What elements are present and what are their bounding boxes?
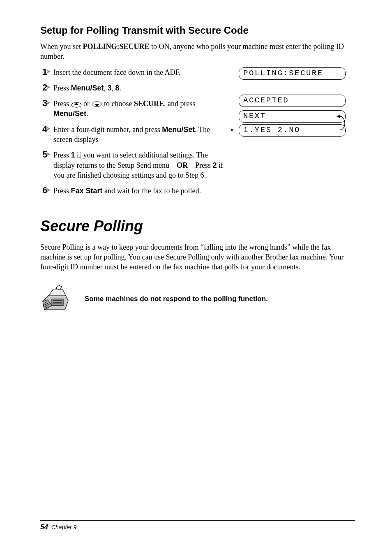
step-3-post: . — [86, 109, 88, 118]
note-row: Some machines do not respond to the poll… — [40, 284, 355, 314]
svg-marker-6 — [95, 104, 99, 107]
step-3: 3 Press or to choose SECURE, and press M… — [40, 99, 226, 119]
page: Setup for Polling Transmit with Secure C… — [0, 0, 392, 556]
step-5-boldor: OR — [177, 161, 188, 169]
step-6-bold: Fax Start — [71, 187, 103, 195]
step-5-pre: Press — [53, 151, 71, 159]
step-3-mid3: , and press — [164, 100, 195, 108]
down-arrow-icon — [92, 101, 102, 108]
lcd-column: POLLING:SECURE ACCEPTED NEXT 1.YES 2.NO — [234, 67, 355, 138]
intro-bold: POLLING:SECURE — [83, 42, 149, 51]
section-heading: Setup for Polling Transmit with Secure C… — [40, 25, 355, 36]
lcd-display-1: POLLING:SECURE — [239, 67, 346, 80]
step-3-mid: or — [82, 100, 92, 108]
page-number: 54 — [40, 523, 48, 531]
footer: 54Chapter 9 — [40, 520, 355, 531]
step-number: 4 — [40, 123, 49, 135]
main-heading: Secure Polling — [40, 218, 355, 235]
step-2: 2 Press Menu/Set, 3, 8. — [40, 83, 226, 93]
step-2-c1: , — [104, 84, 108, 92]
chapter-label: Chapter 9 — [51, 524, 76, 531]
intro-pre: When you set — [40, 42, 83, 51]
steps-column: 1 Insert the document face down in the A… — [40, 67, 226, 202]
step-3-bold2: Menu/Set — [53, 109, 86, 118]
spacer — [234, 83, 355, 95]
footer-rule — [40, 520, 355, 521]
up-arrow-icon — [71, 101, 82, 108]
step-6-pre: Press — [53, 187, 71, 195]
note-text: Some machines do not respond to the poll… — [85, 295, 268, 303]
step-4-pre: Enter a four-digit number, and press — [53, 125, 162, 134]
step-2-post: . — [120, 84, 122, 92]
lcd-display-2: ACCEPTED — [239, 95, 346, 107]
step-6-post: and wait for the fax to be polled. — [103, 187, 201, 195]
svg-marker-4 — [74, 102, 78, 105]
step-number: 2 — [40, 81, 49, 94]
step-6: 6 Press Fax Start and wait for the fax t… — [40, 186, 226, 196]
fax-machine-icon — [40, 284, 70, 314]
section-rule — [40, 38, 355, 38]
step-5: 5 Press 1 if you want to select addition… — [40, 150, 226, 180]
svg-marker-10 — [231, 128, 234, 132]
step-2-key-2: 3 — [108, 84, 112, 92]
step-3-mid2: to choose — [102, 100, 134, 108]
step-2-key-1: Menu/Set — [71, 84, 104, 92]
lcd-cycle-group: NEXT 1.YES 2.NO — [239, 110, 355, 137]
step-4: 4 Enter a four-digit number, and press M… — [40, 125, 226, 145]
step-1: 1 Insert the document face down in the A… — [40, 67, 226, 77]
step-3-pre: Press — [53, 100, 71, 108]
step-5-bold2: 2 — [212, 161, 217, 169]
two-column-layout: 1 Insert the document face down in the A… — [40, 67, 355, 202]
step-2-c2: , — [112, 84, 115, 92]
footer-text: 54Chapter 9 — [40, 523, 355, 531]
lcd-display-4: 1.YES 2.NO — [239, 124, 346, 137]
steps-list: 1 Insert the document face down in the A… — [40, 67, 226, 196]
step-number: 3 — [40, 97, 49, 109]
intro-paragraph: When you set POLLING:SECURE to ON, anyon… — [40, 42, 355, 62]
step-1-text: Insert the document face down in the ADF… — [53, 68, 180, 76]
step-3-bold1: SECURE — [134, 100, 164, 108]
body-paragraph: Secure Polling is a way to keep your doc… — [40, 242, 355, 272]
step-5-bold1: 1 — [71, 151, 75, 159]
lcd-display-3: NEXT — [239, 110, 346, 123]
step-number: 5 — [40, 148, 49, 161]
step-5-mid2: —Press — [188, 161, 213, 169]
step-2-key-3: 8 — [115, 84, 120, 92]
step-number: 6 — [40, 184, 49, 197]
step-number: 1 — [40, 66, 49, 78]
step-4-bold: Menu/Set — [162, 125, 195, 134]
step-2-pre: Press — [53, 84, 71, 92]
